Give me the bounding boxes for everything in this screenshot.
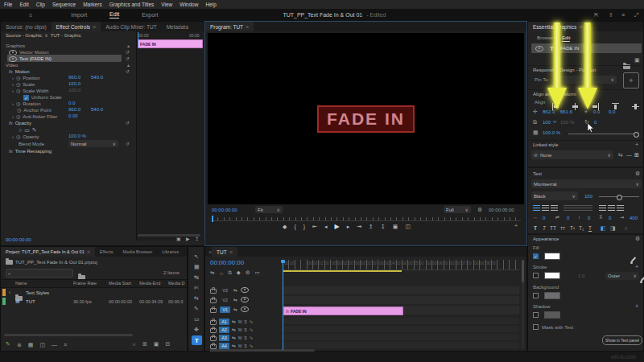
panel-menu-icon[interactable]: ≡: [93, 24, 96, 30]
collapse-icon[interactable]: ▴: [127, 62, 130, 68]
tab-width-value[interactable]: 400: [630, 216, 638, 220]
ec-zoom-scrollbar[interactable]: [138, 234, 200, 237]
mark-in-button[interactable]: {: [294, 224, 295, 229]
opacity-value[interactable]: 100.0 %: [68, 134, 86, 138]
linked-selection-icon[interactable]: ⧉: [228, 269, 232, 276]
window-menu-icon[interactable]: ≡: [621, 12, 625, 18]
solo-button[interactable]: S: [244, 327, 246, 332]
selection-tool[interactable]: ↖: [194, 253, 199, 259]
menu-graphics-and-titles[interactable]: Graphics and Titles: [109, 2, 155, 7]
rectangle-tool[interactable]: ▭: [194, 316, 200, 322]
menu-file[interactable]: File: [4, 2, 12, 7]
align-middle-text-button[interactable]: [608, 205, 615, 211]
lock-icon[interactable]: [210, 320, 217, 325]
col-media-end[interactable]: Media End: [139, 281, 160, 286]
mic-icon[interactable]: ∿: [250, 343, 254, 348]
keyframe-nav-icon[interactable]: ↥: [195, 237, 199, 241]
ec-row-text-layer[interactable]: Text (FADE IN): [9, 56, 52, 62]
play-only-icon[interactable]: ▶: [186, 237, 190, 241]
track-output-eye-icon[interactable]: [241, 287, 249, 293]
project-breadcrumb[interactable]: TUT_PP_Text Fade In & Out 01.prproj: [6, 260, 97, 265]
linked-style-dropdown[interactable]: ⊘ None ∨: [531, 150, 613, 159]
program-scrub-bar[interactable]: [212, 217, 521, 221]
track-lane-v2[interactable]: [283, 296, 519, 304]
tab-timeline-tut[interactable]: TUT ≡: [212, 247, 237, 257]
go-to-in-button[interactable]: ⇤: [312, 224, 317, 230]
anchor-y-value[interactable]: 540.0: [91, 107, 103, 112]
mute-button[interactable]: M: [238, 319, 242, 324]
eye-icon[interactable]: [535, 46, 543, 51]
lock-icon[interactable]: [210, 328, 217, 333]
track-output-eye-icon[interactable]: [241, 306, 249, 312]
add-marker-button[interactable]: ◆: [283, 224, 287, 230]
menu-window[interactable]: Window: [180, 2, 198, 7]
stroke-checkbox[interactable]: [533, 273, 539, 278]
program-zoom-dropdown[interactable]: Fit ∨: [255, 206, 283, 213]
solo-button[interactable]: S: [244, 335, 246, 340]
pen-mask-icon[interactable]: ✎: [32, 127, 37, 133]
timeline-playhead[interactable]: [283, 260, 283, 350]
faux-bold-button[interactable]: T: [531, 224, 539, 232]
expand-icon[interactable]: ›: [9, 290, 10, 294]
mic-icon[interactable]: ∿: [250, 335, 254, 340]
track-name-a3[interactable]: A3: [219, 335, 229, 341]
mute-button[interactable]: M: [238, 343, 242, 348]
mask-with-text-checkbox[interactable]: [533, 324, 539, 330]
stopwatch-icon[interactable]: ◷: [16, 134, 20, 139]
add-shadow-plus-icon[interactable]: +: [635, 303, 638, 309]
rotation-value[interactable]: 0.0: [68, 101, 75, 105]
reset-icon[interactable]: ↺: [126, 141, 130, 146]
font-size-value[interactable]: 150: [584, 194, 592, 199]
go-to-out-button[interactable]: ⇥: [357, 224, 361, 230]
leading-value[interactable]: 0: [588, 216, 590, 220]
fill-eyedropper-icon[interactable]: [630, 257, 637, 264]
text-align-left-button[interactable]: [533, 205, 540, 211]
zoom-slider-icon[interactable]: —: [52, 342, 57, 348]
menu-markers[interactable]: Markers: [83, 2, 101, 7]
lock-icon[interactable]: [210, 289, 217, 294]
fill-color-swatch[interactable]: [544, 253, 560, 260]
ec-mini-clip[interactable]: FADE IN: [138, 39, 203, 48]
ec-row-position[interactable]: › ◷ Position: [12, 75, 40, 81]
reset-icon[interactable]: ↺: [126, 49, 130, 55]
tab-program[interactable]: Program: TUT ≡: [205, 22, 254, 31]
sync-lock-icon[interactable]: ⇆: [232, 327, 236, 332]
scale-icon[interactable]: ⧉: [533, 119, 537, 125]
label-color-green[interactable]: [2, 298, 6, 305]
pin-diagram[interactable]: ✛: [623, 72, 639, 88]
razor-tool[interactable]: ✄: [194, 285, 199, 290]
stopwatch-icon[interactable]: ◷: [16, 114, 20, 119]
stroke-width-value[interactable]: 1.0: [578, 274, 584, 278]
track-name-v2[interactable]: V2: [220, 297, 230, 303]
icon-view-button[interactable]: ▦: [28, 342, 34, 348]
hand-tool[interactable]: ✥: [194, 327, 199, 332]
sort-icons-button[interactable]: ≡: [64, 342, 67, 348]
ec-section-graphics[interactable]: Graphics: [6, 43, 25, 49]
ellipse-mask-icon[interactable]: ○: [19, 127, 22, 133]
slip-tool[interactable]: ⇆: [194, 295, 199, 301]
track-lane-v3[interactable]: [283, 286, 519, 294]
add-stroke-plus-icon[interactable]: +: [635, 264, 638, 269]
mute-button[interactable]: M: [238, 335, 242, 340]
opacity-icon[interactable]: ▦: [533, 130, 539, 135]
pen-tool[interactable]: ✎: [194, 306, 199, 311]
chevron-icon[interactable]: ∨: [44, 33, 47, 38]
anchor-x-value[interactable]: 960.0: [68, 107, 80, 112]
export-frame-button[interactable]: ▣: [393, 224, 398, 230]
project-row-tut[interactable]: TUT: [26, 299, 35, 304]
eg-anchor-x[interactable]: 0.0: [593, 109, 600, 114]
label-color-orange[interactable]: [2, 289, 6, 296]
ec-row-antiflicker[interactable]: › ◷ Anti-flicker Filter: [12, 113, 57, 120]
font-size-slider[interactable]: [599, 196, 639, 197]
playhead-head[interactable]: [281, 260, 285, 263]
opacity-slider-knob[interactable]: [634, 132, 639, 138]
subscript-button[interactable]: T₁: [577, 224, 585, 232]
sync-lock-icon[interactable]: ⇆: [233, 307, 237, 312]
text-direction-ltr-button[interactable]: ◧: [601, 225, 606, 231]
scale-link-icon[interactable]: ∞: [553, 119, 556, 124]
justify-last-left-button[interactable]: [564, 205, 571, 211]
playback-resolution-dropdown[interactable]: Full ∨: [444, 206, 471, 213]
track-name-v3[interactable]: V3: [220, 287, 230, 294]
stopwatch-icon[interactable]: ◷: [17, 108, 21, 113]
mic-icon[interactable]: ∿: [250, 319, 254, 324]
